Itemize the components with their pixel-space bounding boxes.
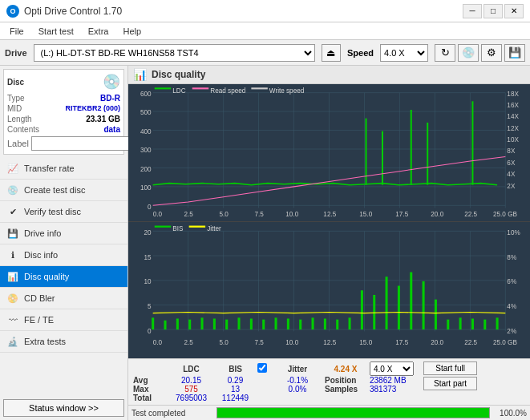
svg-text:5.0: 5.0: [219, 338, 229, 347]
jitter-checkbox[interactable]: [257, 363, 267, 373]
svg-text:6%: 6%: [507, 277, 516, 285]
nav-item-create-test-disc[interactable]: 💿 Create test disc: [0, 180, 127, 201]
mid-value: RITEKBR2 (000): [65, 104, 120, 113]
progress-status: Test completed: [131, 409, 212, 418]
svg-text:300: 300: [140, 146, 152, 154]
settings-icon[interactable]: ⚙: [481, 44, 502, 62]
menu-file[interactable]: File: [3, 25, 30, 38]
label-input[interactable]: [31, 136, 138, 151]
samples-label: Samples: [322, 385, 370, 394]
extra-tests-icon: 🔬: [6, 335, 19, 348]
svg-text:Jitter: Jitter: [207, 224, 221, 232]
disc-quality-icon: 📊: [6, 270, 19, 283]
svg-text:22.5: 22.5: [464, 338, 477, 347]
svg-text:10%: 10%: [507, 228, 520, 236]
position-label: Position: [322, 376, 370, 385]
menu-bar: File Start test Extra Help: [0, 22, 530, 40]
start-part-button[interactable]: Start part: [423, 377, 477, 390]
transfer-rate-icon: 📈: [6, 162, 19, 175]
bis-svg: 20 15 10 5 0 10% 8% 6% 4% 2% 0.0 2.5 5.0…: [128, 222, 530, 359]
nav-item-extra-tests[interactable]: 🔬 Extra tests: [0, 331, 127, 353]
main-layout: Disc 💿 Type BD-R MID RITEKBR2 (000) Leng…: [0, 66, 530, 420]
svg-rect-50: [155, 87, 171, 89]
svg-text:LDC: LDC: [172, 86, 185, 94]
svg-text:Read speed: Read speed: [210, 86, 245, 94]
svg-text:25.0 GB: 25.0 GB: [493, 210, 517, 218]
type-label: Type: [7, 94, 25, 103]
nav-item-verify-test-disc[interactable]: ✔ Verify test disc: [0, 201, 127, 223]
svg-text:0.0: 0.0: [153, 338, 163, 347]
nav-item-fe-te[interactable]: 〰 FE / TE: [0, 309, 127, 331]
nav-item-cd-bler[interactable]: 📀 CD Bler: [0, 288, 127, 309]
speed-select-stats[interactable]: 4.0 X: [370, 361, 414, 376]
drive-select[interactable]: (L:) HL-DT-ST BD-RE WH16NS58 TST4: [34, 44, 315, 62]
ldc-chart: 600 500 400 300 200 100 0 18X 16X 14X 12…: [128, 84, 530, 222]
ldc-header: LDC: [169, 361, 213, 376]
disc-icon-btn[interactable]: 💿: [458, 44, 479, 62]
create-test-icon: 💿: [6, 184, 19, 196]
svg-text:Write speed: Write speed: [269, 86, 305, 94]
app-icon: O: [6, 5, 19, 18]
drive-label: Drive: [5, 48, 27, 58]
fe-te-icon: 〰: [6, 313, 19, 326]
start-full-button[interactable]: Start full: [423, 361, 477, 375]
max-label: Max: [133, 385, 169, 394]
save-icon[interactable]: 💾: [504, 44, 525, 62]
svg-text:7.5: 7.5: [254, 338, 264, 347]
svg-text:17.5: 17.5: [395, 338, 408, 347]
nav-item-drive-info[interactable]: 💾 Drive info: [0, 223, 127, 244]
svg-text:15.0: 15.0: [359, 210, 372, 218]
drive-info-icon: 💾: [6, 227, 19, 240]
disc-icon: 💿: [103, 73, 120, 91]
disc-info-panel: Disc 💿 Type BD-R MID RITEKBR2 (000) Leng…: [3, 69, 124, 155]
close-button[interactable]: ✕: [504, 4, 524, 18]
menu-extra[interactable]: Extra: [82, 25, 115, 38]
content-area: 📊 Disc quality: [128, 66, 530, 420]
svg-text:BIS: BIS: [172, 224, 183, 232]
start-buttons: Start full Start part: [423, 361, 477, 390]
nav-item-disc-quality[interactable]: 📊 Disc quality: [0, 266, 127, 288]
drive-bar: Drive (L:) HL-DT-ST BD-RE WH16NS58 TST4 …: [0, 40, 530, 66]
svg-text:12.5: 12.5: [323, 338, 336, 347]
menu-start-test[interactable]: Start test: [32, 25, 80, 38]
svg-text:20.0: 20.0: [431, 338, 443, 347]
svg-text:8%: 8%: [507, 252, 516, 261]
refresh-icon[interactable]: ↻: [435, 44, 455, 62]
charts-area: 600 500 400 300 200 100 0 18X 16X 14X 12…: [128, 84, 530, 358]
svg-text:2.5: 2.5: [184, 210, 194, 218]
nav-item-transfer-rate[interactable]: 📈 Transfer rate: [0, 158, 127, 180]
svg-text:4%: 4%: [507, 301, 516, 310]
status-window-button[interactable]: Status window >>: [3, 399, 124, 417]
max-ldc: 575: [169, 385, 213, 394]
progress-percent: 100.0%: [495, 409, 527, 418]
svg-text:12X: 12X: [507, 123, 519, 131]
svg-text:8X: 8X: [507, 147, 515, 155]
svg-text:200: 200: [140, 165, 152, 173]
position-value: 23862 MB: [370, 376, 414, 385]
svg-text:22.5: 22.5: [464, 210, 477, 218]
speed-select[interactable]: 4.0 X: [380, 44, 428, 62]
quality-header: 📊 Disc quality: [128, 66, 530, 84]
svg-text:10: 10: [144, 277, 152, 285]
eject-button[interactable]: ⏏: [322, 44, 341, 62]
sidebar: Disc 💿 Type BD-R MID RITEKBR2 (000) Leng…: [0, 66, 128, 420]
svg-text:14X: 14X: [507, 111, 519, 119]
svg-text:17.5: 17.5: [395, 210, 408, 218]
progress-area: Test completed 100.0%: [128, 405, 530, 420]
menu-help[interactable]: Help: [116, 25, 148, 38]
total-ldc: 7695003: [169, 394, 213, 402]
svg-text:10.0: 10.0: [285, 210, 298, 218]
nav-item-disc-info[interactable]: ℹ Disc info: [0, 244, 127, 266]
svg-text:4X: 4X: [507, 170, 515, 178]
progress-bar: [216, 407, 490, 418]
avg-label: Avg: [133, 376, 169, 385]
minimize-button[interactable]: ─: [463, 4, 482, 18]
samples-value: 381373: [370, 385, 414, 394]
svg-text:10X: 10X: [507, 135, 519, 143]
svg-text:7.5: 7.5: [254, 210, 264, 218]
disc-info-icon: ℹ: [6, 248, 19, 261]
avg-ldc: 20.15: [169, 376, 213, 385]
maximize-button[interactable]: □: [483, 4, 503, 18]
speed-value: 4.24 X: [322, 361, 370, 376]
verify-icon: ✔: [6, 205, 19, 218]
